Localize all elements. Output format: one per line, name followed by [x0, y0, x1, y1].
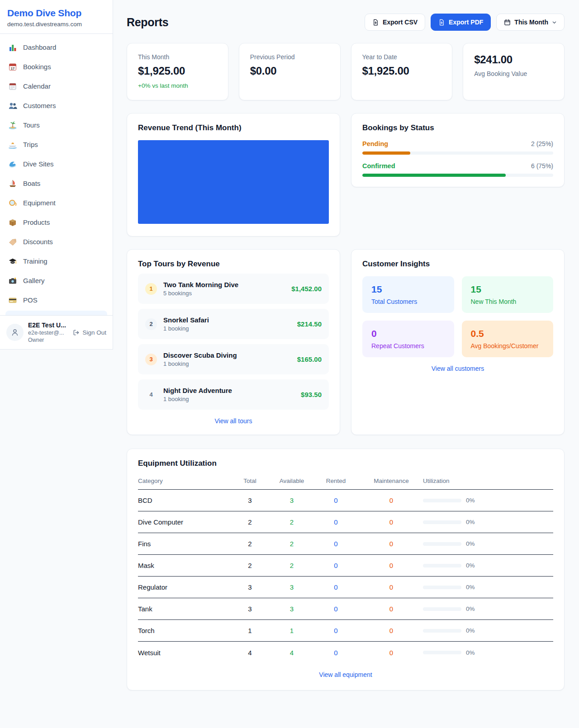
equip-total: 2 — [228, 562, 271, 569]
tour-revenue: $93.50 — [301, 391, 322, 398]
sidebar-item-trips[interactable]: Trips — [0, 135, 113, 154]
equip-utilization: 0% — [423, 562, 553, 569]
sidebar-item-discounts[interactable]: Discounts — [0, 232, 113, 251]
sidebar-item-label: Boats — [23, 180, 40, 187]
revenue-trend-title: Revenue Trend (This Month) — [138, 123, 329, 132]
page-header: Reports Export CSV Export PDF This Month — [127, 14, 565, 31]
column-header: Maintenance — [360, 477, 423, 484]
tour-revenue: $165.00 — [297, 355, 322, 363]
insight-tiles: 15 Total Customers 15 New This Month 0 R… — [362, 276, 553, 357]
sidebar-item-boats[interactable]: Boats — [0, 174, 113, 193]
equip-utilization: 0% — [423, 627, 553, 634]
utilization-bar — [423, 499, 461, 502]
tour-revenue: $214.50 — [297, 320, 322, 328]
sidebar-item-gallery[interactable]: Gallery — [0, 271, 113, 290]
equip-rented: 0 — [312, 496, 360, 504]
stat-label: Previous Period — [250, 53, 329, 61]
equip-category: BCD — [138, 496, 228, 504]
utilization-bar — [423, 564, 461, 567]
equip-maintenance: 0 — [360, 540, 423, 548]
table-row: Wetsuit 4 4 0 0 0% — [138, 642, 553, 663]
sidebar-item-label: Bookings — [23, 63, 51, 71]
tour-revenue: $1,452.00 — [291, 285, 322, 293]
equip-maintenance: 0 — [360, 518, 423, 526]
stat-card-avg-booking-value: $241.00 Avg Booking Value — [463, 43, 565, 100]
customers-icon — [8, 101, 17, 110]
equip-rented: 0 — [312, 583, 360, 591]
stat-card-previous-period: Previous Period $0.00 — [239, 43, 341, 100]
rank-badge: 1 — [145, 283, 157, 295]
rank-badge: 3 — [145, 354, 157, 365]
tour-row: 2 Snorkel Safari 1 booking $214.50 — [138, 309, 329, 339]
equip-category: Mask — [138, 562, 228, 569]
tour-bookings: 1 booking — [163, 325, 209, 332]
brand-domain: demo.test.divestreams.com — [7, 21, 105, 28]
utilization-text: 0% — [466, 584, 475, 591]
insights-row: Top Tours by Revenue 1 Two Tank Morning … — [127, 249, 565, 435]
user-name: E2E Test U... — [28, 321, 68, 329]
sidebar-item-dashboard[interactable]: Dashboard — [0, 38, 113, 57]
sidebar-item-calendar[interactable]: Calendar — [0, 76, 113, 96]
utilization-text: 0% — [466, 497, 475, 504]
sidebar: Demo Dive Shop demo.test.divestreams.com… — [0, 0, 113, 350]
equip-available: 3 — [271, 496, 312, 504]
sidebar-item-reports[interactable] — [5, 311, 107, 315]
sign-out-button[interactable]: Sign Out — [73, 329, 106, 336]
equip-category: Tank — [138, 605, 228, 613]
table-row: Torch 1 1 0 0 0% — [138, 620, 553, 642]
tile-label: Total Customers — [371, 298, 445, 305]
column-header: Rented — [312, 477, 360, 484]
gallery-icon — [8, 276, 17, 285]
top-tours-card: Top Tours by Revenue 1 Two Tank Morning … — [127, 249, 340, 435]
tile-total-customers: 15 Total Customers — [362, 276, 454, 313]
view-all-tours-link[interactable]: View all tours — [138, 417, 329, 425]
status-count: 6 (75%) — [531, 162, 553, 170]
stat-value: $0.00 — [250, 65, 329, 77]
equip-maintenance: 0 — [360, 605, 423, 613]
equipment-utilization-card: Equipment Utilization Category Total Ava… — [127, 449, 565, 690]
page: Demo Dive Shop demo.test.divestreams.com… — [0, 0, 579, 690]
equip-total: 4 — [228, 649, 271, 657]
equipment-icon — [8, 199, 17, 208]
products-icon — [8, 218, 17, 227]
view-all-customers-link[interactable]: View all customers — [362, 365, 553, 372]
stat-card-year-to-date: Year to Date $1,925.00 — [351, 43, 453, 100]
utilization-text: 0% — [466, 627, 475, 634]
sidebar-item-tours[interactable]: Tours — [0, 115, 113, 135]
sidebar-item-bookings[interactable]: 17 Bookings — [0, 57, 113, 76]
equip-rented: 0 — [312, 518, 360, 526]
stat-label: Avg Booking Value — [474, 70, 553, 77]
equip-total: 3 — [228, 605, 271, 613]
sidebar-item-label: Calendar — [23, 82, 51, 90]
export-pdf-button[interactable]: Export PDF — [431, 14, 491, 31]
status-label: Pending — [362, 140, 388, 147]
tile-avg-bookings: 0.5 Avg Bookings/Customer — [462, 321, 554, 357]
export-csv-label: Export CSV — [383, 19, 418, 26]
sidebar-item-pos[interactable]: POS — [0, 290, 113, 310]
period-selector[interactable]: This Month — [496, 14, 565, 31]
brand-name[interactable]: Demo Dive Shop — [7, 8, 105, 19]
column-header: Utilization — [423, 477, 553, 484]
tile-value: 15 — [371, 284, 445, 295]
customer-insights-card: Customer Insights 15 Total Customers 15 … — [351, 249, 565, 435]
sidebar-item-label: Dashboard — [23, 43, 56, 51]
revenue-trend-card: Revenue Trend (This Month) — [127, 113, 340, 236]
sidebar-item-label: Dive Sites — [23, 160, 54, 168]
stat-delta: +0% vs last month — [138, 82, 217, 89]
header-actions: Export CSV Export PDF This Month — [365, 14, 565, 31]
sidebar-item-customers[interactable]: Customers — [0, 96, 113, 115]
stat-card-this-month: This Month $1,925.00 +0% vs last month — [127, 43, 228, 100]
sidebar-item-training[interactable]: Training — [0, 251, 113, 271]
equip-rented: 0 — [312, 627, 360, 634]
tile-repeat-customers: 0 Repeat Customers — [362, 321, 454, 357]
equip-utilization: 0% — [423, 649, 553, 656]
brand: Demo Dive Shop demo.test.divestreams.com — [0, 0, 113, 34]
export-csv-button[interactable]: Export CSV — [365, 14, 425, 31]
sidebar-item-products[interactable]: Products — [0, 213, 113, 232]
boats-icon — [8, 179, 17, 188]
sidebar-item-dive-sites[interactable]: Dive Sites — [0, 154, 113, 174]
sidebar-item-equipment[interactable]: Equipment — [0, 193, 113, 213]
tile-label: New This Month — [471, 298, 545, 305]
utilization-text: 0% — [466, 562, 475, 569]
view-all-equipment-link[interactable]: View all equipment — [138, 671, 553, 678]
